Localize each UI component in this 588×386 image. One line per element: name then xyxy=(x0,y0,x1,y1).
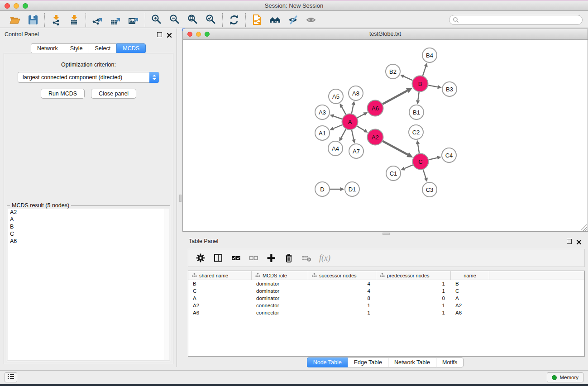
network-canvas[interactable]: AA1A2A3A4A5A6A7A8BB1B2B3B4CC1C2C3C4DD1 xyxy=(183,40,588,231)
column-header-name[interactable]: name xyxy=(451,271,489,280)
tab-motifs[interactable]: Motifs xyxy=(436,357,464,367)
graph-edge-A-A2[interactable] xyxy=(357,126,368,133)
graph-node-B[interactable]: B xyxy=(412,76,428,92)
eye-icon[interactable] xyxy=(306,14,317,26)
table-row[interactable]: Adominator80A xyxy=(188,295,584,302)
graph-node-A7[interactable]: A7 xyxy=(349,144,363,158)
table-cell[interactable]: B xyxy=(188,280,252,287)
tab-edge-table[interactable]: Edge Table xyxy=(348,357,388,367)
graph-edge-C-C2[interactable] xyxy=(416,140,420,153)
table-cell[interactable]: 4 xyxy=(308,287,376,295)
column-header-shared-name[interactable]: shared name xyxy=(188,271,252,280)
table-cell[interactable]: A2 xyxy=(451,302,489,309)
table-cell[interactable]: 1 xyxy=(376,302,451,309)
zoom-check-icon[interactable] xyxy=(205,14,217,26)
graph-edge-D-D1[interactable] xyxy=(330,187,344,191)
houses-icon[interactable] xyxy=(269,14,281,26)
zoom-window-button[interactable] xyxy=(23,3,28,9)
table-row[interactable]: Cdominator41C xyxy=(188,287,584,295)
graph-node-A5[interactable]: A5 xyxy=(329,89,343,104)
horizontal-splitter-handle[interactable] xyxy=(382,233,390,235)
graph-edge-B-B4[interactable] xyxy=(423,63,428,76)
column-header-predecessor-nodes[interactable]: predecessor nodes xyxy=(376,271,451,280)
import-table-icon[interactable] xyxy=(68,14,80,26)
table-cell[interactable]: 0 xyxy=(376,295,451,302)
mcds-result-item[interactable]: A2 xyxy=(8,209,164,216)
mcds-result-list[interactable]: A2ABCA6 xyxy=(8,209,164,360)
table-cell[interactable]: 1 xyxy=(308,309,376,316)
tab-node-table[interactable]: Node Table xyxy=(307,357,348,367)
graph-node-C2[interactable]: C2 xyxy=(409,125,423,139)
mcds-result-scrollbar[interactable] xyxy=(164,209,169,360)
run-mcds-button[interactable]: Run MCDS xyxy=(41,89,85,99)
refresh-icon[interactable] xyxy=(228,14,240,26)
task-history-button[interactable] xyxy=(5,372,17,382)
table-cell[interactable]: 4 xyxy=(308,280,376,287)
export-network-icon[interactable] xyxy=(91,14,103,26)
graph-node-C4[interactable]: C4 xyxy=(442,148,456,162)
graph-node-A3[interactable]: A3 xyxy=(315,105,330,119)
graph-edge-A2-C[interactable] xyxy=(382,141,413,157)
table-cell[interactable]: 1 xyxy=(376,309,451,316)
table-row[interactable]: A2connector11A2 xyxy=(188,302,584,309)
graph-node-A4[interactable]: A4 xyxy=(328,141,343,156)
graph-edge-A-A3[interactable] xyxy=(330,114,342,119)
folder-open-icon[interactable] xyxy=(9,14,21,26)
export-table-icon[interactable] xyxy=(110,14,121,26)
tab-network-table[interactable]: Network Table xyxy=(388,357,436,367)
graph-node-A2[interactable]: A2 xyxy=(368,129,383,145)
import-network-icon[interactable] xyxy=(50,14,62,26)
graph-edge-B-B1[interactable] xyxy=(416,92,420,104)
tab-network[interactable]: Network xyxy=(31,43,64,53)
table-cell[interactable]: C xyxy=(451,287,489,295)
graph-node-B4[interactable]: B4 xyxy=(422,48,437,62)
graph-node-B2[interactable]: B2 xyxy=(386,64,400,79)
tab-select[interactable]: Select xyxy=(89,43,117,53)
tab-style[interactable]: Style xyxy=(64,43,89,53)
table-cell[interactable]: A6 xyxy=(451,309,489,316)
zoom-fit-icon[interactable] xyxy=(187,14,199,26)
mcds-result-item[interactable]: C xyxy=(8,230,164,238)
memory-button[interactable]: Memory xyxy=(547,372,583,382)
optimization-criterion-select[interactable]: largest connected component (directed) xyxy=(18,72,159,83)
table-cell[interactable]: 1 xyxy=(308,302,376,309)
graph-edge-A-A5[interactable] xyxy=(340,103,346,114)
float-table-panel-icon[interactable] xyxy=(567,239,572,244)
export-image-icon[interactable] xyxy=(128,14,139,26)
graph-edge-C-C1[interactable] xyxy=(401,165,413,170)
mcds-result-item[interactable]: A6 xyxy=(8,238,164,245)
close-panel-button[interactable]: Close panel xyxy=(91,89,136,99)
graph-node-C1[interactable]: C1 xyxy=(386,166,401,181)
save-icon[interactable] xyxy=(27,14,39,26)
column-header-mcds-role[interactable]: MCDS role xyxy=(252,271,308,280)
table-cell[interactable]: A2 xyxy=(188,302,252,309)
close-window-button[interactable] xyxy=(5,3,10,9)
graph-node-D[interactable]: D xyxy=(315,182,330,196)
table-cell[interactable]: A6 xyxy=(188,309,252,316)
columns-icon[interactable] xyxy=(213,253,223,263)
table-cell[interactable]: C xyxy=(188,287,252,295)
graph-edge-A6-B[interactable] xyxy=(382,88,412,104)
graph-edge-A-A6[interactable] xyxy=(357,112,368,118)
graph-node-A[interactable]: A xyxy=(342,114,358,130)
gear-icon[interactable] xyxy=(196,253,206,263)
vertical-splitter-handle[interactable] xyxy=(179,195,182,202)
graph-node-C[interactable]: C xyxy=(413,154,429,170)
document-network-icon[interactable] xyxy=(251,14,263,26)
table-cell[interactable]: 1 xyxy=(376,287,451,295)
search-input[interactable] xyxy=(449,15,583,25)
column-header-successor-nodes[interactable]: successor nodes xyxy=(308,271,376,280)
add-icon[interactable] xyxy=(266,253,276,263)
close-panel-icon[interactable] xyxy=(167,32,172,37)
graph-node-A8[interactable]: A8 xyxy=(349,86,363,100)
graph-edge-B-B3[interactable] xyxy=(428,85,442,89)
graph-edge-B-B2[interactable] xyxy=(400,75,412,80)
table-cell[interactable]: connector xyxy=(252,309,308,316)
table-cell[interactable]: dominator xyxy=(252,287,308,295)
table-cell[interactable]: 8 xyxy=(308,295,376,302)
table-cell[interactable]: dominator xyxy=(252,280,308,287)
table-cell[interactable]: connector xyxy=(252,302,308,309)
resize-grip-icon[interactable] xyxy=(581,224,587,231)
graph-node-A6[interactable]: A6 xyxy=(368,100,383,116)
zoom-in-icon[interactable] xyxy=(151,14,163,26)
